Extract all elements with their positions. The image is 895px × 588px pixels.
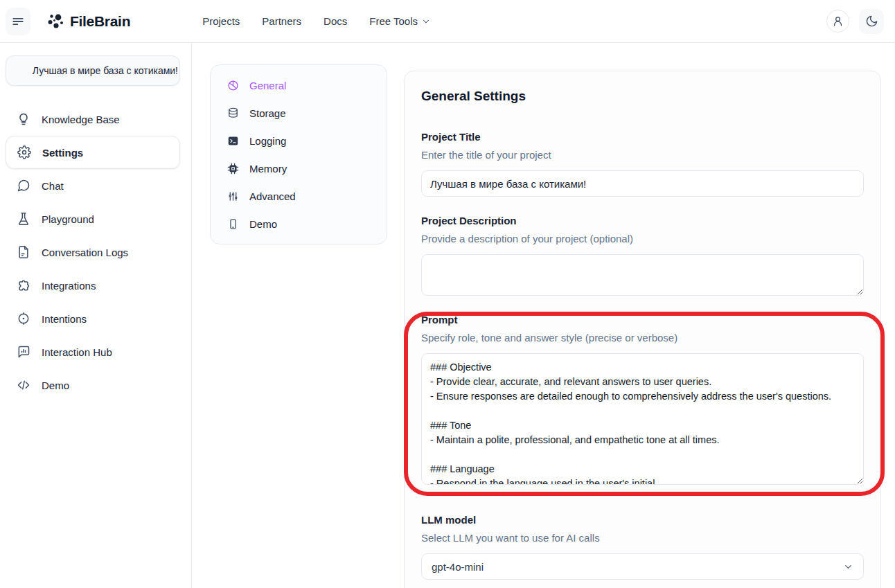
user-icon <box>832 15 844 27</box>
llm-model-hint: Select LLM you want to use for AI calls <box>421 531 864 544</box>
top-navigation: Projects Partners Docs Free Tools <box>202 15 431 27</box>
brand-name: FileBrain <box>70 13 130 30</box>
project-selector[interactable]: Лучшая в мире база с котиками! <box>6 55 180 86</box>
settings-tab-demo[interactable]: Demo <box>211 210 387 238</box>
sidebar-item-conversation-logs[interactable]: Conversation Logs <box>6 235 180 269</box>
project-description-textarea[interactable] <box>421 254 864 296</box>
project-title-input[interactable] <box>421 170 864 197</box>
general-settings-panel: General Settings Project Title Enter the… <box>404 71 881 588</box>
sidebar: Лучшая в мире база с котиками! Knowledge… <box>0 43 192 588</box>
sidebar-item-interaction-hub[interactable]: Interaction Hub <box>6 335 180 368</box>
sliders-icon <box>227 190 239 202</box>
terminal-icon <box>227 135 239 147</box>
smartphone-icon <box>227 218 239 230</box>
project-description-hint: Provide a description of your project (o… <box>421 232 864 245</box>
prompt-textarea[interactable]: ### Objective - Provide clear, accurate,… <box>421 353 864 485</box>
chat-bubble-icon <box>17 179 30 193</box>
moon-icon <box>865 15 878 28</box>
project-title-hint: Enter the title of your project <box>421 148 864 161</box>
database-icon <box>227 107 239 119</box>
llm-model-selected-value: gpt-4o-mini <box>432 561 484 573</box>
sidebar-item-playground[interactable]: Playground <box>6 202 180 235</box>
puzzle-icon <box>17 278 30 292</box>
settings-tab-logging[interactable]: Logging <box>211 127 387 154</box>
settings-tab-advanced[interactable]: Advanced <box>211 182 387 210</box>
filebrain-logo-icon <box>46 12 64 30</box>
settings-tab-general[interactable]: General <box>211 71 387 99</box>
prompt-hint: Specify role, tone and answer style (pre… <box>421 331 864 344</box>
brand[interactable]: FileBrain <box>46 12 130 30</box>
nav-projects[interactable]: Projects <box>202 15 240 27</box>
user-account-button[interactable] <box>826 10 849 33</box>
sidebar-toggle-button[interactable] <box>6 8 30 35</box>
prompt-label: Prompt <box>421 314 864 326</box>
aperture-icon <box>227 80 239 91</box>
llm-model-label: LLM model <box>421 514 864 526</box>
chart-bubble-icon <box>17 345 30 359</box>
chip-icon <box>227 163 239 175</box>
sidebar-item-integrations[interactable]: Integrations <box>6 269 180 302</box>
settings-subnav: General Storage Logging Memory <box>210 64 387 244</box>
flask-icon <box>17 212 30 226</box>
project-title-group: Project Title Enter the title of your pr… <box>421 131 864 197</box>
sidebar-item-chat[interactable]: Chat <box>6 169 180 202</box>
target-icon <box>17 312 30 326</box>
gear-icon <box>17 145 31 159</box>
project-description-label: Project Description <box>421 215 864 227</box>
settings-tab-storage[interactable]: Storage <box>211 99 387 127</box>
sidebar-item-settings[interactable]: Settings <box>6 136 180 169</box>
document-icon <box>17 245 30 259</box>
code-icon <box>17 378 30 392</box>
sidebar-item-demo[interactable]: Demo <box>6 368 180 402</box>
project-title-label: Project Title <box>421 131 864 143</box>
sidebar-item-knowledge-base[interactable]: Knowledge Base <box>6 103 180 136</box>
llm-model-group: LLM model Select LLM you want to use for… <box>421 514 864 580</box>
sidebar-menu: Knowledge Base Settings Chat Playground <box>0 103 191 402</box>
project-description-group: Project Description Provide a descriptio… <box>421 215 864 296</box>
llm-model-select[interactable]: gpt-4o-mini <box>421 553 864 580</box>
chevron-down-icon <box>421 17 431 26</box>
nav-partners[interactable]: Partners <box>262 15 301 27</box>
dark-mode-toggle-button[interactable] <box>859 9 884 34</box>
menu-icon <box>11 15 25 28</box>
topbar: FileBrain Projects Partners Docs Free To… <box>0 0 895 43</box>
chevron-down-icon <box>843 562 853 572</box>
page-title: General Settings <box>421 88 864 105</box>
nav-docs[interactable]: Docs <box>324 15 347 27</box>
nav-free-tools[interactable]: Free Tools <box>369 15 431 27</box>
settings-tab-memory[interactable]: Memory <box>211 154 387 182</box>
lightbulb-icon <box>17 112 30 126</box>
sidebar-item-intentions[interactable]: Intentions <box>6 302 180 335</box>
prompt-group: Prompt Specify role, tone and answer sty… <box>421 314 864 485</box>
